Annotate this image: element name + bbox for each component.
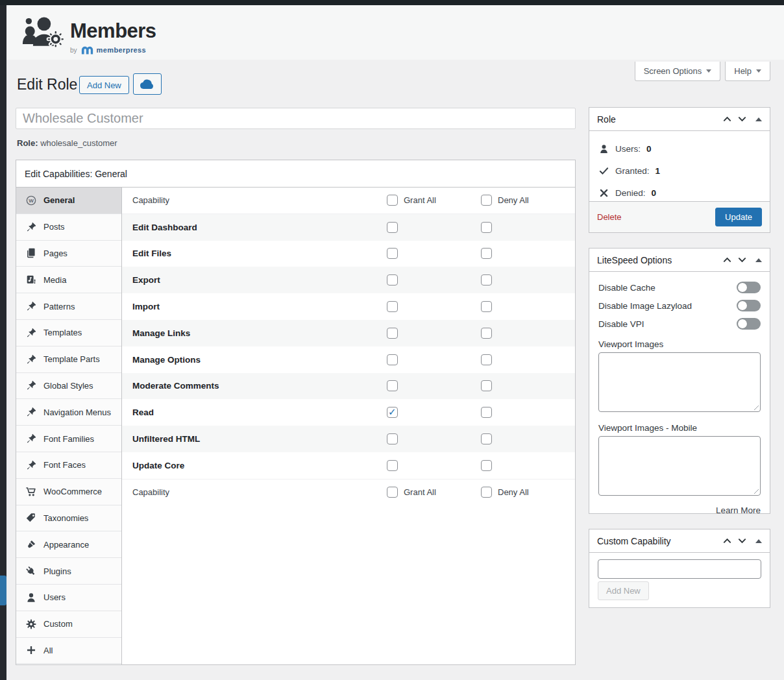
pages-icon: [25, 247, 37, 259]
granted-count: 1: [655, 166, 661, 176]
capability-row: Manage Options ✓ ✓: [122, 346, 575, 373]
tab-taxonomies[interactable]: Taxonomies: [16, 505, 121, 532]
tab-plugins[interactable]: Plugins: [16, 558, 121, 585]
move-down-icon[interactable]: [738, 115, 746, 123]
tab-posts[interactable]: Posts: [16, 214, 121, 241]
help-tab[interactable]: Help: [725, 62, 770, 81]
tab-appearance[interactable]: Appearance: [16, 531, 121, 558]
deny-checkbox[interactable]: ✓: [481, 328, 492, 339]
disable-image-lazyload-toggle[interactable]: [737, 300, 761, 311]
deny-checkbox[interactable]: ✓: [481, 274, 492, 285]
pin-icon: [25, 433, 37, 444]
role-name-input[interactable]: [16, 108, 576, 129]
update-role-button[interactable]: Update: [715, 208, 762, 226]
grant-checkbox[interactable]: ✓: [387, 407, 398, 418]
grant-checkbox[interactable]: ✓: [387, 328, 398, 339]
delete-role-link[interactable]: Delete: [597, 212, 622, 222]
deny-all-checkbox[interactable]: ✓: [481, 487, 492, 498]
tab-label: Navigation Menus: [43, 407, 111, 417]
tab-global-styles[interactable]: Global Styles: [16, 373, 121, 400]
tab-label: WooCommerce: [43, 487, 102, 496]
import-export-button[interactable]: [133, 73, 162, 95]
role-panel: Role Users: 0 Granted: 1 Denied: 0: [589, 107, 770, 233]
screen-options-tab[interactable]: Screen Options: [635, 62, 721, 81]
media-icon: [25, 274, 37, 285]
move-up-icon[interactable]: [723, 537, 731, 545]
move-up-icon[interactable]: [723, 256, 731, 264]
capability-row: Edit Dashboard ✓ ✓: [122, 214, 575, 241]
deny-checkbox[interactable]: ✓: [481, 407, 492, 418]
custom-capability-input[interactable]: [598, 559, 761, 579]
tab-template-parts[interactable]: Template Parts: [16, 346, 121, 373]
capability-label: Manage Options: [132, 355, 387, 365]
collapse-toggle-icon[interactable]: [755, 117, 762, 121]
capability-label: Unfiltered HTML: [132, 434, 387, 444]
tab-all[interactable]: All: [16, 638, 121, 664]
byline-by-text: by: [70, 47, 77, 54]
add-new-capability-button[interactable]: Add New: [598, 581, 649, 600]
deny-all-checkbox[interactable]: ✓: [481, 195, 492, 206]
tab-users[interactable]: Users: [16, 585, 121, 611]
deny-checkbox[interactable]: ✓: [481, 248, 492, 259]
add-new-role-button[interactable]: Add New: [79, 76, 129, 94]
grant-checkbox[interactable]: ✓: [387, 433, 398, 444]
person-icon: [25, 592, 37, 603]
tab-navigation-menus[interactable]: Navigation Menus: [16, 399, 121, 426]
grant-checkbox[interactable]: ✓: [387, 380, 398, 391]
learn-more-link[interactable]: Learn More: [598, 505, 761, 515]
deny-checkbox[interactable]: ✓: [481, 301, 492, 312]
grant-all-checkbox[interactable]: ✓: [387, 487, 398, 498]
disable-cache-toggle[interactable]: [737, 282, 761, 293]
grant-all-label: Grant All: [404, 487, 436, 497]
viewport-images-textarea[interactable]: [598, 352, 761, 412]
x-icon: [598, 188, 609, 199]
deny-checkbox[interactable]: ✓: [481, 380, 492, 391]
deny-checkbox[interactable]: ✓: [481, 460, 492, 471]
collapse-toggle-icon[interactable]: [755, 258, 762, 262]
capability-label: Read: [132, 407, 387, 417]
cart-icon: [25, 486, 37, 498]
tab-label: Media: [43, 275, 66, 285]
viewport-images-mobile-label: Viewport Images - Mobile: [598, 423, 761, 433]
move-down-icon[interactable]: [738, 256, 746, 264]
viewport-images-label: Viewport Images: [598, 339, 761, 349]
disable-vpi-toggle[interactable]: [737, 318, 761, 330]
deny-checkbox[interactable]: ✓: [481, 433, 492, 444]
disable-image-lazyload-label: Disable Image Lazyload: [598, 301, 737, 311]
grant-checkbox[interactable]: ✓: [387, 354, 398, 365]
person-icon: [598, 143, 609, 154]
capability-row: Import ✓ ✓: [122, 293, 575, 320]
capability-label: Edit Files: [132, 249, 387, 258]
tab-custom[interactable]: Custom: [16, 611, 121, 638]
grant-checkbox[interactable]: ✓: [387, 274, 398, 285]
tab-pages[interactable]: Pages: [16, 241, 121, 267]
grant-checkbox[interactable]: ✓: [387, 460, 398, 471]
denied-label: Denied:: [615, 188, 646, 198]
memberpress-byline: by memberpress: [70, 45, 146, 55]
admin-menu-handle[interactable]: [0, 576, 6, 605]
gear-icon: [25, 618, 37, 630]
granted-label: Granted:: [615, 166, 650, 176]
grant-checkbox[interactable]: ✓: [387, 248, 398, 259]
grant-checkbox[interactable]: ✓: [387, 301, 398, 312]
move-down-icon[interactable]: [738, 537, 746, 545]
viewport-images-mobile-textarea[interactable]: [598, 436, 761, 496]
tab-font-families[interactable]: Font Families: [16, 426, 121, 452]
tab-patterns[interactable]: Patterns: [16, 293, 121, 320]
collapse-toggle-icon[interactable]: [755, 539, 762, 543]
litespeed-options-panel: LiteSpeed Options Disable Cache Disable …: [589, 248, 770, 514]
tab-woocommerce[interactable]: WooCommerce: [16, 479, 121, 505]
deny-checkbox[interactable]: ✓: [481, 222, 492, 233]
grant-all-checkbox[interactable]: ✓: [387, 195, 398, 206]
grant-checkbox[interactable]: ✓: [387, 222, 398, 233]
deny-checkbox[interactable]: ✓: [481, 354, 492, 365]
pin-icon: [25, 459, 37, 471]
capability-row: Manage Links ✓ ✓: [122, 320, 575, 346]
tab-general[interactable]: General: [16, 188, 121, 214]
move-up-icon[interactable]: [723, 115, 731, 123]
capability-label: Edit Dashboard: [132, 223, 387, 232]
pin-icon: [25, 327, 37, 339]
tab-font-faces[interactable]: Font Faces: [16, 452, 121, 479]
tab-media[interactable]: Media: [16, 267, 121, 293]
tab-templates[interactable]: Templates: [16, 320, 121, 346]
